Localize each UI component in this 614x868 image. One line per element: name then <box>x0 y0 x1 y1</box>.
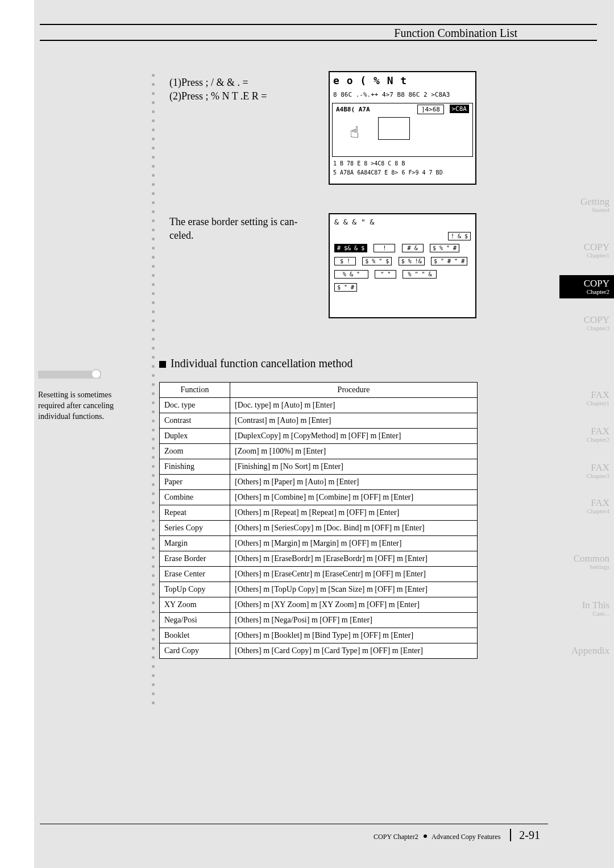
cell-function: Contrast <box>160 413 230 429</box>
cell-procedure: [Others] m [Combine] m [Combine] m [OFF]… <box>230 490 478 505</box>
cell-procedure: [Contrast] m [Auto] m [Enter] <box>230 413 478 429</box>
cell-procedure: [Zoom] m [100%] m [Enter] <box>230 444 478 459</box>
sidebar-tab-sub: Case... <box>562 610 609 617</box>
table-row: Nega/Posi[Others] m [Nega/Posi] m [OFF] … <box>160 613 478 628</box>
erase-cancel-text: The erase border setting is can- celed. <box>169 215 297 243</box>
lcd2-r3b[interactable]: " " <box>375 270 396 279</box>
lcd1-button-a[interactable]: ]4>68 <box>417 105 444 114</box>
cell-procedure: [Others] m [Booklet] m [Bind Type] m [OF… <box>230 628 478 643</box>
sidebar-tab-0[interactable]: GettingStarted <box>559 193 614 217</box>
sidebar-tab-9[interactable]: In ThisCase... <box>559 597 614 620</box>
cell-procedure: [Others] m [TopUp Copy] m [Scan Size] m … <box>230 582 478 597</box>
lcd2-r2b[interactable]: $ % " $ <box>362 257 392 265</box>
lcd2-r4[interactable]: $ " # <box>334 283 357 292</box>
sidebar-tab-2[interactable]: COPYChapter2 <box>559 275 614 298</box>
lcd2-chip4[interactable]: $ % " # <box>430 244 459 252</box>
section-heading-text: Individual function cancellation method <box>171 357 352 369</box>
lcd2-row2: $ ! $ % " $ $ % !& $ " # " # <box>330 255 475 268</box>
erase-line1: The erase border setting is can- <box>169 215 297 229</box>
left-gutter <box>0 0 34 868</box>
th-function: Function <box>160 383 230 398</box>
sidebar-tab-sub: Chapter2 <box>562 437 609 443</box>
lcd2-row-tabs: ! & $ <box>330 230 475 232</box>
lcd2-r2d[interactable]: $ " # " # <box>431 257 467 265</box>
lcd1-sub: 8 86C .-%.++ 4>7 B8 86C 2 >C8A3 <box>330 89 475 101</box>
sidebar-tab-3[interactable]: COPYChapter3 <box>559 312 614 335</box>
lcd1-bottom1: 1 B 78 E 8 >4C8 C 8 B <box>330 159 475 168</box>
table-row: Duplex[DuplexCopy] m [CopyMethod] m [OFF… <box>160 429 478 444</box>
sidebar-tab-8[interactable]: CommonSettings <box>559 550 614 574</box>
sidebar-tab-4[interactable]: FAXChapter1 <box>559 387 614 410</box>
footer: COPY Chapter2 Advanced Copy Features 2-9… <box>374 829 540 842</box>
cell-procedure: [Finishing] m [No Sort] m [Enter] <box>230 459 478 475</box>
lcd2-top: & & & " & <box>330 214 475 230</box>
cell-function: XY Zoom <box>160 597 230 613</box>
lcd2-r3a[interactable]: % & " <box>334 270 368 279</box>
dot-separator-icon <box>424 834 427 838</box>
lcd2-chip1[interactable]: # $& & $ <box>334 244 367 252</box>
lcd1-smallbox <box>378 117 410 140</box>
cell-procedure: [Others] m [Paper] m [Auto] m [Enter] <box>230 475 478 490</box>
step-2-num: 2 <box>173 90 178 102</box>
cell-function: Finishing <box>160 459 230 475</box>
lcd2-r2a[interactable]: $ ! <box>334 257 356 265</box>
table-row: Doc. type[Doc. type] m [Auto] m [Enter] <box>160 398 478 413</box>
lcd1-button-b[interactable]: >C8A <box>450 105 470 113</box>
lcd2-chip-right[interactable]: ! & $ <box>448 232 471 240</box>
sidebar-tab-main: FAX <box>562 463 609 473</box>
sidebar-tab-main: FAX <box>562 498 609 508</box>
sidebar-tab-7[interactable]: FAXChapter4 <box>559 495 614 518</box>
table-row: Booklet[Others] m [Booklet] m [Bind Type… <box>160 628 478 643</box>
sidebar: GettingStartedCOPYChapter1COPYChapter2CO… <box>554 0 614 868</box>
step-2: (2)Press ; % N T .E R = <box>169 89 267 103</box>
cell-procedure: [DuplexCopy] m [CopyMethod] m [OFF] m [E… <box>230 429 478 444</box>
lcd2-row1: # $& & $ ! # & $ % " # <box>330 242 475 255</box>
cell-function: Booklet <box>160 628 230 643</box>
table-row: Zoom[Zoom] m [100%] m [Enter] <box>160 444 478 459</box>
sidebar-tab-main: COPY <box>562 279 609 289</box>
square-bullet-icon <box>159 361 166 368</box>
cell-function: Erase Center <box>160 567 230 582</box>
sidebar-tab-sub: Chapter3 <box>562 325 609 332</box>
footer-rule <box>40 824 548 824</box>
lcd2-r2c[interactable]: $ % !& <box>399 257 425 265</box>
footer-section: Advanced Copy Features <box>432 833 500 841</box>
sidebar-tab-sub: Chapter4 <box>562 508 609 515</box>
sidebar-tab-6[interactable]: FAXChapter3 <box>559 459 614 483</box>
sidebar-tab-sub: Started <box>562 207 609 214</box>
cell-procedure: [Others] m [Nega/Posi] m [OFF] m [Enter] <box>230 613 478 628</box>
table-row: Combine[Others] m [Combine] m [Combine] … <box>160 490 478 505</box>
header-title: Function Combination List <box>394 27 517 40</box>
sidebar-tab-main: COPY <box>562 242 609 252</box>
table-header-row: Function Procedure <box>160 383 478 398</box>
sidebar-tab-main: Appendix <box>562 646 609 656</box>
cell-procedure: [Others] m [EraseCentr] m [EraseCentr] m… <box>230 567 478 582</box>
cell-procedure: [Others] m [SeriesCopy] m [Doc. Bind] m … <box>230 521 478 536</box>
sidebar-tab-main: COPY <box>562 315 609 325</box>
cell-function: Series Copy <box>160 521 230 536</box>
table-row: Erase Border[Others] m [EraseBordr] m [E… <box>160 551 478 567</box>
sidebar-tab-sub: Chapter1 <box>562 400 609 407</box>
cell-procedure: [Others] m [EraseBordr] m [EraseBordr] m… <box>230 551 478 567</box>
section-heading: Individual function cancellation method <box>159 357 352 370</box>
lcd2-chip3[interactable]: # & <box>402 244 424 252</box>
sidebar-tab-main: Getting <box>562 197 609 207</box>
lcd2-r3c[interactable]: % " " & <box>403 270 437 279</box>
sidebar-tab-1[interactable]: COPYChapter1 <box>559 239 614 262</box>
lcd2-row4: $ " # <box>330 281 475 294</box>
sidebar-tab-sub: Chapter3 <box>562 473 609 480</box>
erase-line2: celed. <box>169 229 297 242</box>
sidebar-tab-10[interactable]: Appendix <box>559 642 614 659</box>
step-1-num: 1 <box>173 77 178 88</box>
cell-function: Zoom <box>160 444 230 459</box>
step-1-text: Press ; / & & . = <box>181 77 248 88</box>
sidebar-tab-sub: Chapter1 <box>562 252 609 259</box>
page: Function Combination List (1)Press ; / &… <box>0 0 614 868</box>
header-band: Function Combination List <box>40 24 597 41</box>
lcd2-chip2[interactable]: ! <box>374 244 395 252</box>
sidebar-tab-5[interactable]: FAXChapter2 <box>559 423 614 446</box>
lcd1-title: e o ( % N t <box>330 72 475 89</box>
function-table: Function Procedure Doc. type[Doc. type] … <box>159 382 478 659</box>
marginal-l1: Resetting is sometimes <box>38 390 140 401</box>
lcd-panel-2: & & & " & ! & $ # $& & $ ! # & $ % " # $… <box>329 213 476 318</box>
